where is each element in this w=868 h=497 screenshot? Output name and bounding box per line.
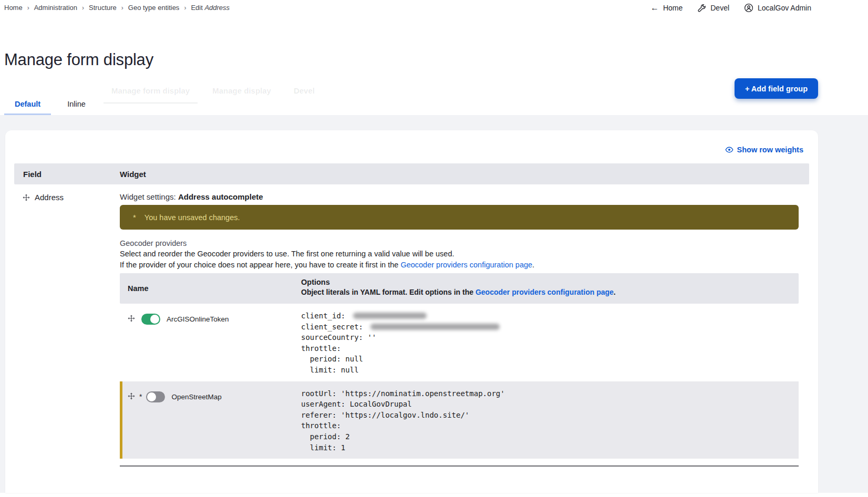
show-row-weights-label: Show row weights: [737, 146, 803, 154]
geocoder-description-line2: If the provider of your choice does not …: [120, 260, 799, 271]
yaml-line: limit: 1: [301, 442, 799, 453]
user-avatar-icon: [744, 3, 753, 13]
field-column-header: Field: [14, 170, 120, 179]
user-label: LocalGov Admin: [758, 4, 811, 12]
breadcrumb-link[interactable]: Structure: [89, 4, 117, 12]
add-field-group-button[interactable]: + Add field group: [735, 78, 818, 99]
address-field-cell: Address: [14, 192, 120, 467]
yaml-line: sourceCountry: '': [301, 332, 799, 343]
yaml-line: client_id:: [301, 310, 799, 322]
address-widget-cell: Widget settings: Address autocomplete * …: [120, 192, 809, 467]
provider-name-cell: ArcGISOnlineToken: [120, 310, 301, 376]
drag-handle-icon[interactable]: [128, 392, 135, 400]
breadcrumb-link[interactable]: Administration: [34, 4, 77, 12]
toggle-knob: [147, 392, 156, 401]
devel-menu[interactable]: Devel: [697, 4, 729, 13]
drag-handle-icon[interactable]: [128, 315, 135, 322]
yaml-line: userAgent: LocalGovDrupal: [301, 399, 799, 410]
show-row-weights-link[interactable]: Show row weights: [14, 130, 803, 154]
ghost-tabs: Manage form displayManage displayDevel: [104, 86, 323, 103]
tab-default[interactable]: Default: [4, 95, 51, 115]
breadcrumb: Home›Administration›Structure›Geo type e…: [4, 3, 230, 12]
field-table-header: Field Widget: [14, 163, 809, 184]
provider-name: ArcGISOnlineToken: [167, 314, 229, 323]
provider-rows: ArcGISOnlineTokenclient_id: client_secre…: [120, 304, 799, 459]
page-title: Manage form display: [4, 50, 153, 69]
provider-row: ArcGISOnlineTokenclient_id: client_secre…: [120, 304, 799, 381]
geocoder-config-link[interactable]: Geocoder providers configuration page: [400, 261, 532, 269]
yaml-line: referer: 'https://localgov.lndo.site/': [301, 410, 799, 421]
yaml-line: throttle:: [301, 420, 799, 431]
yaml-line: client_secret:: [301, 322, 799, 333]
devel-label: Devel: [710, 4, 729, 12]
toggle-knob: [150, 315, 159, 324]
back-to-site-label: Home: [663, 4, 683, 12]
yaml-line: throttle:: [301, 343, 799, 354]
unsaved-changes-warning: * You have unsaved changes.: [120, 205, 799, 230]
geocoder-description-line1: Select and reorder the Geocoder provider…: [120, 248, 799, 260]
provider-enabled-toggle[interactable]: [146, 391, 165, 402]
toolbar-right: ← Home Devel LocalGov Admin: [650, 3, 864, 13]
eye-icon: [725, 146, 733, 154]
breadcrumb-separator-icon: ›: [121, 4, 123, 12]
provider-options-yaml[interactable]: rootUrl: 'https://nominatim.openstreetma…: [301, 388, 799, 453]
next-row-edge: [120, 465, 799, 467]
options-column-header: Options Object literals in YAML format. …: [301, 273, 799, 304]
redacted-value: [370, 324, 500, 330]
yaml-line: limit: null: [301, 365, 799, 376]
yaml-line: period: null: [301, 354, 799, 365]
widget-settings-summary: Widget settings: Address autocomplete: [120, 192, 799, 202]
provider-name-cell: *OpenStreetMap: [120, 388, 301, 453]
ghost-tab-devel[interactable]: Devel: [286, 86, 323, 103]
tab-inline[interactable]: Inline: [57, 95, 96, 115]
content-region: Show row weights Field Widget Address Wi…: [0, 115, 868, 493]
provider-row: *OpenStreetMaprootUrl: 'https://nominati…: [120, 381, 799, 459]
breadcrumb-separator-icon: ›: [82, 4, 84, 12]
provider-name: OpenStreetMap: [171, 391, 221, 401]
breadcrumb-link[interactable]: Geo type entities: [128, 4, 180, 12]
yaml-line: period: 2: [301, 431, 799, 442]
provider-options-cell: rootUrl: 'https://nominatim.openstreetma…: [301, 388, 799, 453]
provider-options-cell: client_id: client_secret: sourceCountry:…: [301, 310, 799, 376]
wrench-icon: [697, 4, 706, 13]
back-arrow-icon: ←: [650, 4, 659, 12]
name-column-header: Name: [120, 273, 301, 304]
field-row-address: Address Widget settings: Address autocom…: [14, 192, 809, 467]
widget-column-header: Widget: [120, 170, 809, 179]
provider-enabled-toggle[interactable]: [141, 314, 160, 325]
geocoder-config-link-2[interactable]: Geocoder providers configuration page: [476, 288, 614, 296]
form-display-card: Show row weights Field Widget Address Wi…: [5, 130, 818, 493]
user-menu[interactable]: LocalGov Admin: [744, 3, 811, 13]
back-to-site-link[interactable]: ← Home: [650, 4, 683, 12]
ghost-tab-manage-form-display[interactable]: Manage form display: [104, 86, 198, 103]
yaml-line: rootUrl: 'https://nominatim.openstreetma…: [301, 388, 799, 399]
provider-options-yaml[interactable]: client_id: client_secret: sourceCountry:…: [301, 310, 799, 376]
breadcrumb-current: Edit Address: [191, 4, 230, 12]
breadcrumb-link[interactable]: Home: [4, 4, 23, 12]
drag-handle-icon[interactable]: [23, 194, 30, 201]
breadcrumb-separator-icon: ›: [184, 4, 186, 12]
warning-text: You have unsaved changes.: [144, 213, 240, 222]
admin-toolbar: Home›Administration›Structure›Geo type e…: [0, 0, 868, 15]
address-field-label: Address: [35, 193, 64, 202]
providers-table-header: Name Options Object literals in YAML for…: [120, 273, 799, 304]
changed-marker: *: [139, 391, 142, 401]
warning-asterisk: *: [133, 213, 136, 222]
ghost-tab-manage-display[interactable]: Manage display: [204, 86, 279, 103]
widget-type-label: Address autocomplete: [178, 192, 263, 201]
redacted-value: [353, 313, 427, 319]
breadcrumb-separator-icon: ›: [27, 4, 29, 12]
page-header: Manage form displayManage displayDevel M…: [0, 15, 868, 95]
geocoder-providers-label: Geocoder providers: [120, 239, 799, 248]
row-gap: [120, 459, 799, 465]
providers-table: Name Options Object literals in YAML for…: [120, 273, 799, 467]
